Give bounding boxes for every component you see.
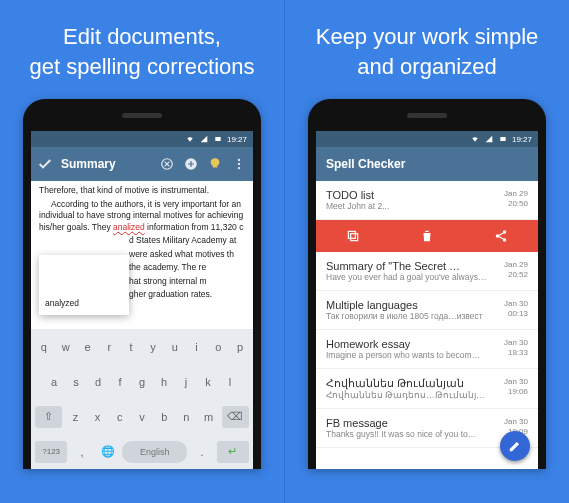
key-u[interactable]: u (166, 336, 184, 358)
list-item[interactable]: TODO listMeet John at 2...Jan 2920:50 (316, 181, 538, 220)
bulb-icon[interactable] (207, 156, 223, 172)
phone-speaker (122, 113, 162, 118)
statusbar: 19:27 (316, 131, 538, 147)
svg-point-3 (238, 159, 240, 161)
list-item-subtitle: Thanks guys!! It was so nice of you to… (326, 429, 528, 439)
key-symbols[interactable]: ?123 (35, 441, 67, 463)
copy-icon[interactable] (346, 229, 360, 243)
list-item-title: Multiple languages (326, 299, 528, 311)
screen-right: 19:27 Spell Checker TODO listMeet John a… (316, 131, 538, 469)
list-item-subtitle: Have you ever had a goal you've always… (326, 272, 528, 282)
clear-icon[interactable] (159, 156, 175, 172)
svg-rect-8 (348, 232, 355, 239)
appbar-title: Summary (61, 157, 151, 171)
key-h[interactable]: h (155, 371, 173, 393)
key-s[interactable]: s (67, 371, 85, 393)
key-period[interactable]: . (191, 441, 213, 463)
svg-point-4 (238, 163, 240, 165)
key-a[interactable]: a (45, 371, 63, 393)
doc-line: According to the authors, it is very imp… (39, 199, 245, 233)
delete-icon[interactable] (420, 229, 434, 243)
key-l[interactable]: l (221, 371, 239, 393)
list-item-subtitle: Так говорили в июле 1805 года…извест (326, 311, 528, 321)
list-item[interactable]: Summary of "The Secret …Have you ever ha… (316, 252, 538, 291)
key-n[interactable]: n (177, 406, 195, 428)
swipe-actions[interactable] (316, 220, 538, 252)
keyboard: qwertyuiop asdfghjkl ⇧zxcvbnm⌫ ?123 , 🌐 … (31, 329, 253, 469)
headline-right: Keep your work simpleand organized (316, 22, 539, 81)
key-c[interactable]: c (111, 406, 129, 428)
key-v[interactable]: v (133, 406, 151, 428)
key-r[interactable]: r (100, 336, 118, 358)
key-x[interactable]: x (89, 406, 107, 428)
signal-icon (199, 135, 209, 143)
svg-point-5 (238, 167, 240, 169)
key-⌫[interactable]: ⌫ (222, 406, 249, 428)
key-q[interactable]: q (35, 336, 53, 358)
key-m[interactable]: m (200, 406, 218, 428)
list-item-title: Հովհաննես Թումանյան (326, 377, 528, 390)
statusbar-time: 19:27 (227, 135, 247, 144)
share-icon[interactable] (494, 229, 508, 243)
list-item-subtitle: Հովհաննես Թադեոս…Թումանյան(փ (326, 390, 528, 400)
list-item-title: Homework essay (326, 338, 528, 350)
doc-line: d States Military Academy at (39, 235, 245, 246)
battery-icon (498, 135, 508, 143)
key-t[interactable]: t (122, 336, 140, 358)
signal-icon (484, 135, 494, 143)
key-p[interactable]: p (231, 336, 249, 358)
key-globe[interactable]: 🌐 (97, 441, 119, 463)
key-b[interactable]: b (155, 406, 173, 428)
suggestion-popup[interactable]: analyzed (39, 255, 129, 315)
phone-speaker (407, 113, 447, 118)
headline-left: Edit documents,get spelling corrections (29, 22, 254, 81)
list-item-title: FB message (326, 417, 528, 429)
list-item-date: Jan 3018:33 (504, 338, 528, 357)
key-space[interactable]: English (122, 441, 187, 463)
list-item-date: Jan 3000:13 (504, 299, 528, 318)
statusbar-time: 19:27 (512, 135, 532, 144)
misspelled-word[interactable]: analized (113, 222, 145, 232)
list-item-date: Jan 2920:50 (504, 189, 528, 208)
note-list[interactable]: TODO listMeet John at 2...Jan 2920:50Sum… (316, 181, 538, 467)
svg-rect-6 (500, 137, 505, 141)
more-icon[interactable] (231, 156, 247, 172)
list-item[interactable]: Homework essayImagine a person who wants… (316, 330, 538, 369)
list-item-subtitle: Imagine a person who wants to becom… (326, 350, 528, 360)
document-body[interactable]: Therefore, that kind of motive is instru… (31, 181, 253, 329)
list-item-title: Summary of "The Secret … (326, 260, 528, 272)
list-item[interactable]: Multiple languagesТак говорили в июле 18… (316, 291, 538, 330)
appbar-right: Spell Checker (316, 147, 538, 181)
statusbar: 19:27 (31, 131, 253, 147)
add-icon[interactable] (183, 156, 199, 172)
svg-rect-0 (215, 137, 220, 141)
key-e[interactable]: e (79, 336, 97, 358)
list-item-subtitle: Meet John at 2... (326, 201, 528, 211)
appbar-title: Spell Checker (322, 157, 532, 171)
key-g[interactable]: g (133, 371, 151, 393)
list-item-title: TODO list (326, 189, 528, 201)
wifi-icon (470, 135, 480, 143)
key-z[interactable]: z (66, 406, 84, 428)
key-i[interactable]: i (188, 336, 206, 358)
pencil-icon (508, 439, 522, 453)
key-w[interactable]: w (57, 336, 75, 358)
phone-frame-right: 19:27 Spell Checker TODO listMeet John a… (308, 99, 546, 469)
appbar-left: Summary (31, 147, 253, 181)
key-y[interactable]: y (144, 336, 162, 358)
key-enter[interactable]: ↵ (217, 441, 249, 463)
key-⇧[interactable]: ⇧ (35, 406, 62, 428)
list-item-date: Jan 3019:06 (504, 377, 528, 396)
key-f[interactable]: f (111, 371, 129, 393)
back-check-icon[interactable] (37, 156, 53, 172)
key-o[interactable]: o (209, 336, 227, 358)
key-k[interactable]: k (199, 371, 217, 393)
key-d[interactable]: d (89, 371, 107, 393)
key-j[interactable]: j (177, 371, 195, 393)
phone-frame-left: 19:27 Summary (23, 99, 261, 469)
svg-rect-7 (351, 234, 358, 241)
suggestion-text[interactable]: analyzed (45, 298, 79, 309)
doc-line: Therefore, that kind of motive is instru… (39, 185, 245, 196)
list-item[interactable]: Հովհաննես ԹումանյանՀովհաննես Թադեոս…Թում… (316, 369, 538, 409)
key-comma[interactable]: , (71, 441, 93, 463)
